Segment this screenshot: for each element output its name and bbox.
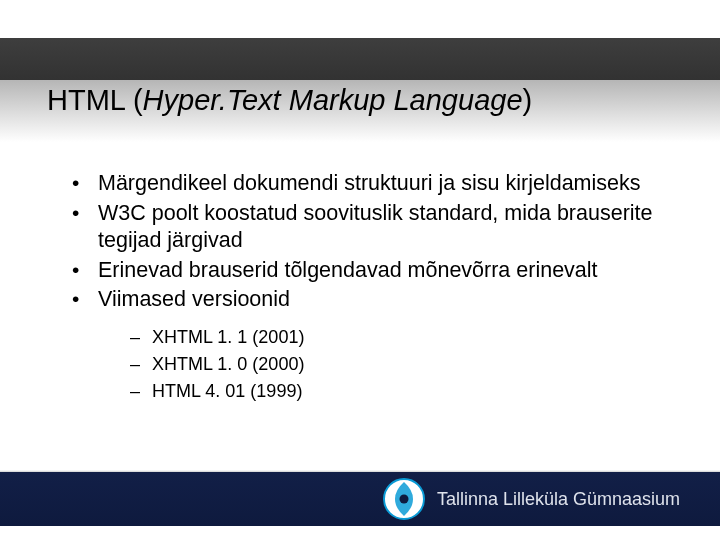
footer-logo-group: Tallinna Lilleküla Gümnaasium [383,478,680,520]
bullet-text: W3C poolt koostatud soovituslik standard… [98,201,653,253]
bullet-item: Märgendikeel dokumendi struktuuri ja sis… [70,170,660,198]
sub-bullet-item: XHTML 1. 1 (2001) [130,324,660,351]
footer-bar: Tallinna Lilleküla Gümnaasium [0,472,720,526]
bullet-item: W3C poolt koostatud soovituslik standard… [70,200,660,255]
bullet-text: Erinevad brauserid tõlgendavad mõnevõrra… [98,258,598,282]
title-prefix: HTML ( [47,84,143,116]
bullet-text: Märgendikeel dokumendi struktuuri ja sis… [98,171,641,195]
bullet-item: Erinevad brauserid tõlgendavad mõnevõrra… [70,257,660,285]
svg-point-2 [399,495,408,504]
title-italic: Hyper.Text Markup Language [143,84,523,116]
sub-bullet-item: XHTML 1. 0 (2000) [130,351,660,378]
footer-org-name: Tallinna Lilleküla Gümnaasium [437,489,680,510]
title-suffix: ) [523,84,533,116]
main-bullet-list: Märgendikeel dokumendi struktuuri ja sis… [70,170,660,405]
sub-bullet-text: XHTML 1. 0 (2000) [152,354,304,374]
bullet-text: Viimased versioonid [98,287,290,311]
content-area: Märgendikeel dokumendi struktuuri ja sis… [70,170,660,407]
sub-bullet-text: HTML 4. 01 (1999) [152,381,302,401]
school-logo-icon [383,478,425,520]
sub-bullet-item: HTML 4. 01 (1999) [130,378,660,405]
slide-title: HTML (Hyper.Text Markup Language) [47,84,532,117]
sub-bullet-list: XHTML 1. 1 (2001) XHTML 1. 0 (2000) HTML… [130,324,660,405]
sub-bullet-text: XHTML 1. 1 (2001) [152,327,304,347]
bullet-item: Viimased versioonid XHTML 1. 1 (2001) XH… [70,286,660,405]
